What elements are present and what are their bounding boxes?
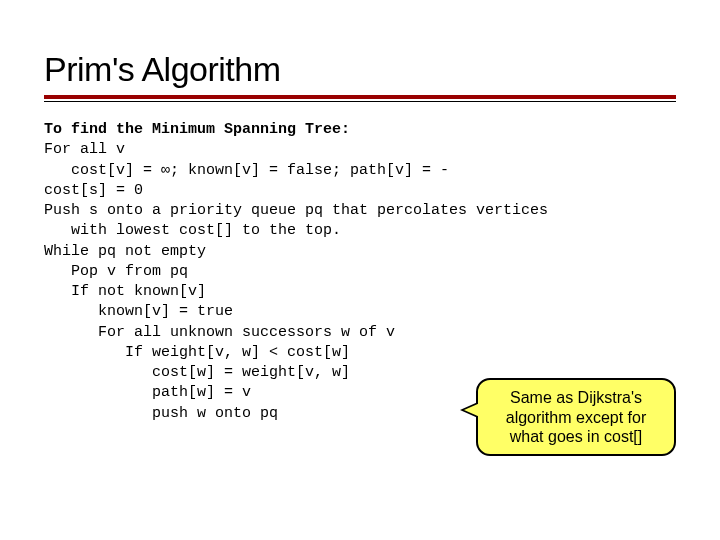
page-title: Prim's Algorithm xyxy=(44,50,676,89)
code-line-14: path[w] = v xyxy=(44,384,251,401)
code-line-1: To find the Minimum Spanning Tree: xyxy=(44,121,350,138)
code-line-2: For all v xyxy=(44,141,125,158)
code-line-6: with lowest cost[] to the top. xyxy=(44,222,341,239)
callout-bubble: Same as Dijkstra's algorithm except for … xyxy=(476,378,676,456)
title-underline-red xyxy=(44,95,676,99)
title-underline-thin xyxy=(44,101,676,102)
callout-text: Same as Dijkstra's algorithm except for … xyxy=(506,389,647,444)
code-line-12: If weight[v, w] < cost[w] xyxy=(44,344,350,361)
code-line-3: cost[v] = ∞; known[v] = false; path[v] =… xyxy=(44,162,449,179)
code-line-13: cost[w] = weight[v, w] xyxy=(44,364,350,381)
code-line-10: known[v] = true xyxy=(44,303,233,320)
code-line-8: Pop v from pq xyxy=(44,263,188,280)
code-line-4: cost[s] = 0 xyxy=(44,182,143,199)
code-line-5: Push s onto a priority queue pq that per… xyxy=(44,202,548,219)
code-line-7: While pq not empty xyxy=(44,243,206,260)
code-line-15: push w onto pq xyxy=(44,405,278,422)
code-line-11: For all unknown successors w of v xyxy=(44,324,395,341)
code-line-9: If not known[v] xyxy=(44,283,206,300)
slide-body: Prim's Algorithm To find the Minimum Spa… xyxy=(0,0,720,424)
